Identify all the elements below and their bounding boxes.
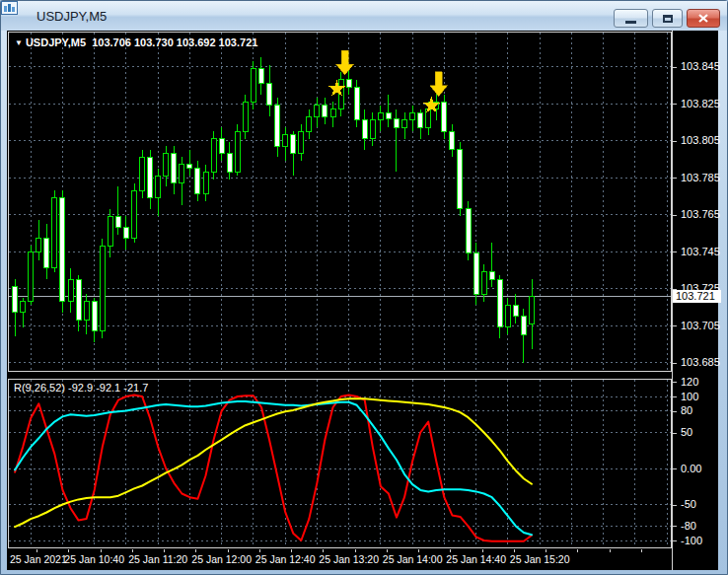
indicator-tick bbox=[673, 505, 677, 506]
indicator-axis-label: 120 bbox=[681, 376, 698, 388]
time-axis[interactable]: 25 Jan 202125 Jan 10:4025 Jan 11:2025 Ja… bbox=[8, 549, 672, 570]
time-axis-label: 25 Jan 12:40 bbox=[255, 553, 316, 565]
oscillator-chart bbox=[9, 380, 671, 547]
indicator-axis-label: -80 bbox=[681, 520, 696, 532]
candlestick-chart bbox=[9, 33, 671, 371]
indicator-axis-label: 80 bbox=[681, 404, 692, 416]
indicator-tick bbox=[673, 468, 677, 469]
indicator-tick bbox=[673, 382, 677, 383]
price-axis[interactable]: 103.721 103.845103.825103.805103.785103.… bbox=[672, 31, 718, 570]
main-chart-panel[interactable]: ▼USDJPY,M5 103.706 103.730 103.692 103.7… bbox=[8, 32, 672, 372]
indicator-tick bbox=[673, 526, 677, 527]
indicator-tick bbox=[673, 396, 677, 397]
indicator-panel[interactable]: R(9,26,52) -92.9 -92.1 -21.7 bbox=[8, 379, 672, 548]
price-axis-label: 103.805 bbox=[681, 134, 720, 146]
price-axis-label: 103.685 bbox=[681, 356, 720, 368]
price-axis-label: 103.765 bbox=[681, 208, 720, 220]
time-tick bbox=[546, 549, 546, 552]
time-tick bbox=[259, 549, 260, 552]
indicator-axis-label: 0.00 bbox=[681, 463, 701, 474]
price-axis-label: 103.785 bbox=[681, 172, 720, 183]
chart-client-area: ▼USDJPY,M5 103.706 103.730 103.692 103.7… bbox=[7, 31, 718, 570]
symbol-dropdown-marker[interactable]: ▼ bbox=[15, 38, 23, 47]
time-tick bbox=[641, 549, 642, 552]
oscillator-line-R52 bbox=[15, 398, 532, 527]
time-tick bbox=[418, 549, 419, 552]
close-button[interactable] bbox=[687, 9, 720, 28]
time-tick bbox=[195, 549, 196, 552]
price-tick bbox=[673, 215, 677, 216]
down-arrow-icon bbox=[336, 50, 354, 75]
indicator-readout: R(9,26,52) -92.9 -92.1 -21.7 bbox=[14, 382, 148, 394]
time-tick bbox=[355, 549, 356, 552]
time-tick bbox=[68, 549, 69, 552]
indicator-axis-label: 50 bbox=[681, 426, 692, 438]
price-tick bbox=[673, 363, 677, 364]
minimize-button[interactable] bbox=[614, 9, 648, 28]
restore-button[interactable] bbox=[652, 9, 683, 28]
chart-icon bbox=[14, 9, 31, 23]
time-tick bbox=[514, 549, 515, 552]
window-controls bbox=[614, 9, 720, 28]
minimize-icon bbox=[625, 21, 636, 24]
indicator-tick bbox=[673, 540, 677, 541]
time-axis-label: 25 Jan 13:20 bbox=[319, 553, 379, 565]
time-tick bbox=[164, 549, 165, 552]
price-tick bbox=[673, 141, 677, 142]
price-tick bbox=[673, 104, 677, 105]
price-tick bbox=[673, 178, 677, 179]
indicator-axis-label: -100 bbox=[681, 535, 702, 546]
time-tick bbox=[101, 549, 102, 552]
time-axis-label: 25 Jan 14:40 bbox=[446, 553, 506, 565]
price-tick bbox=[673, 67, 677, 68]
time-axis-label: 25 Jan 14:00 bbox=[383, 553, 443, 565]
price-axis-label: 103.845 bbox=[681, 60, 720, 72]
time-axis-label: 25 Jan 15:20 bbox=[510, 553, 570, 565]
time-tick bbox=[610, 549, 611, 552]
ohlc-readout-line: ▼USDJPY,M5 103.706 103.730 103.692 103.7… bbox=[15, 36, 257, 48]
time-axis-label: 25 Jan 12:00 bbox=[191, 553, 252, 565]
time-tick bbox=[132, 549, 133, 552]
bid-price-box: 103.721 bbox=[673, 290, 721, 303]
candles bbox=[13, 57, 535, 362]
time-tick bbox=[450, 549, 451, 552]
down-arrow-icon bbox=[430, 72, 448, 97]
window-titlebar[interactable]: USDJPY,M5 bbox=[1, 1, 727, 31]
time-axis-label: 25 Jan 10:40 bbox=[64, 553, 124, 565]
time-tick bbox=[228, 549, 229, 552]
price-axis-label: 103.705 bbox=[681, 320, 720, 331]
time-tick bbox=[323, 549, 324, 552]
restore-icon bbox=[663, 15, 673, 23]
time-tick bbox=[482, 549, 483, 552]
indicator-axis-label: 100 bbox=[681, 391, 698, 402]
time-axis-label: 25 Jan 2021 bbox=[10, 553, 67, 565]
price-axis-label: 103.825 bbox=[681, 98, 720, 109]
indicator-tick bbox=[673, 411, 677, 412]
price-axis-label: 103.745 bbox=[681, 246, 720, 257]
indicator-axis-label: -50 bbox=[681, 498, 696, 510]
indicator-tick bbox=[673, 433, 677, 434]
price-tick bbox=[673, 325, 677, 326]
time-tick bbox=[36, 549, 37, 552]
time-tick bbox=[387, 549, 388, 552]
price-tick bbox=[673, 252, 677, 252]
time-axis-label: 25 Jan 11:20 bbox=[128, 553, 187, 565]
time-tick bbox=[291, 549, 292, 552]
panel-splitter[interactable] bbox=[8, 372, 672, 379]
close-icon bbox=[698, 14, 708, 23]
mt4-chart-window: USDJPY,M5 ▼USDJPY,M5 103.706 103.730 103… bbox=[0, 0, 728, 575]
ohlc-readout: USDJPY,M5 103.706 103.730 103.692 103.72… bbox=[26, 36, 257, 48]
window-title: USDJPY,M5 bbox=[36, 9, 107, 24]
time-tick bbox=[577, 549, 578, 552]
